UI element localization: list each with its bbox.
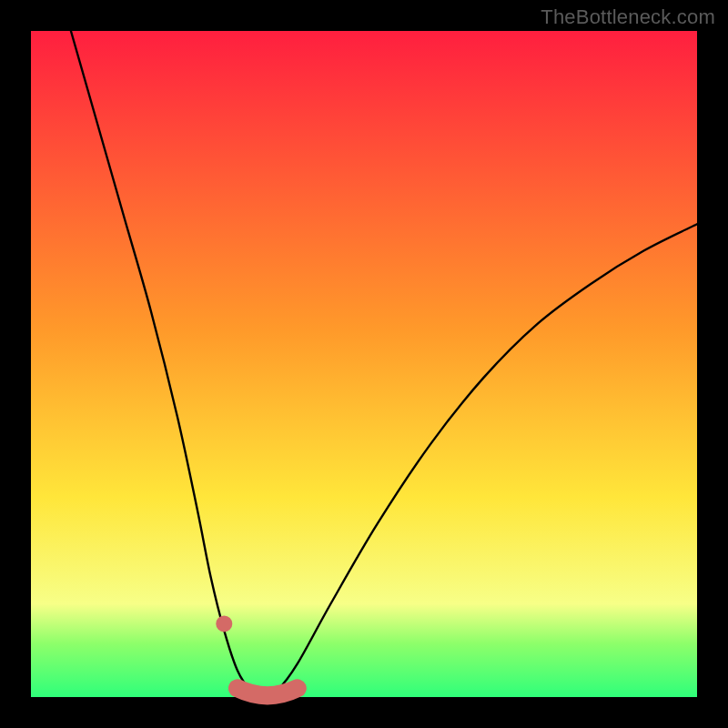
bottleneck-chart [0,0,728,728]
chart-frame: TheBottleneck.com [0,0,728,728]
optimal-band-marker [238,688,298,695]
plot-area [31,31,697,697]
optimal-point-marker [216,615,232,632]
watermark-text: TheBottleneck.com [541,5,715,29]
